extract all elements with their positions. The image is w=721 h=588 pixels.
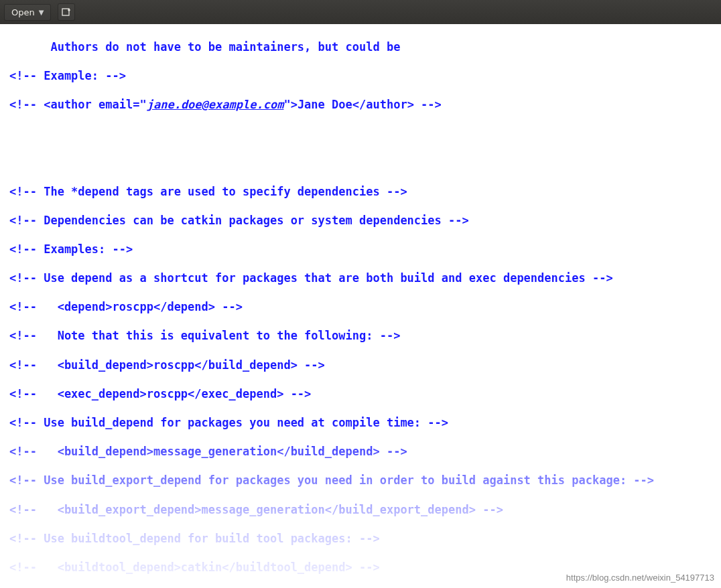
code-line: <!-- Dependencies can be catkin packages… <box>9 214 469 227</box>
code-line: <!-- Examples: --> <box>9 242 133 256</box>
code-line: <!-- Use buildtool_depend for build tool… <box>9 532 380 545</box>
code-line: <!-- <buildtool_depend>catkin</buildtool… <box>9 561 380 574</box>
code-line: <!-- Note that this is equivalent to the… <box>9 329 400 342</box>
new-tab-icon <box>62 7 71 17</box>
code-line: <!-- <build_depend>roscpp</build_depend>… <box>9 358 325 372</box>
code-editor[interactable]: Authors do not have to be maintainers, b… <box>0 24 721 588</box>
new-tab-button[interactable] <box>58 3 75 21</box>
open-button[interactable]: Open ▼ <box>4 4 51 21</box>
code-line: <!-- Use build_depend for packages you n… <box>9 416 448 429</box>
code-line: <!-- Use build_export_depend for package… <box>9 473 654 487</box>
toolbar: Open ▼ <box>0 0 721 24</box>
chevron-down-icon: ▼ <box>39 9 44 16</box>
code-line: <!-- <build_export_depend>message_genera… <box>9 503 503 516</box>
code-line: <!-- Use depend as a shortcut for packag… <box>9 271 613 285</box>
code-line: <!-- <build_depend>message_generation</b… <box>9 445 407 458</box>
open-button-label: Open <box>11 7 35 17</box>
code-line: <!-- The *depend tags are used to specif… <box>9 185 407 198</box>
watermark: https://blog.csdn.net/weixin_54197713 <box>566 573 714 583</box>
code-line: <!-- Example: --> <box>9 69 126 82</box>
code-line: <!-- <author email="jane.doe@example.com… <box>9 98 442 111</box>
code-line: <!-- <exec_depend>roscpp</exec_depend> -… <box>9 387 311 400</box>
code-line: <!-- <depend>roscpp</depend> --> <box>9 300 243 313</box>
code-line: Authors do not have to be maintainers, b… <box>9 40 400 54</box>
